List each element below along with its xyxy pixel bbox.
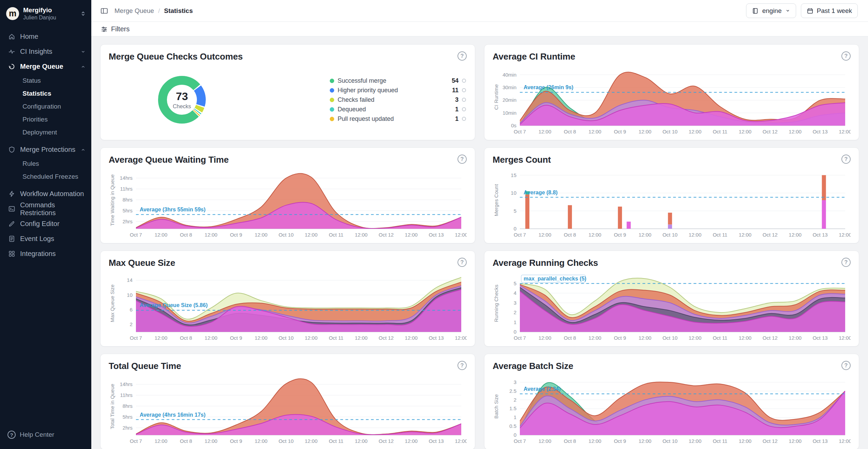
svg-text:Average (3hrs 55min 59s): Average (3hrs 55min 59s)	[140, 207, 205, 212]
repo-selector-value: engine	[762, 7, 781, 15]
sidebar-item-integrations[interactable]: Integrations	[0, 246, 91, 261]
svg-text:0: 0	[514, 329, 516, 335]
svg-text:12:00: 12:00	[639, 335, 652, 341]
sidebar-toggle-icon[interactable]	[100, 7, 108, 15]
help-icon[interactable]: ?	[458, 361, 467, 370]
sidebar-item-statistics[interactable]: Statistics	[0, 87, 91, 100]
svg-text:12:00: 12:00	[405, 232, 418, 238]
sidebar-item-config-editor[interactable]: Config Editor	[0, 217, 91, 231]
repo-icon	[752, 7, 759, 14]
svg-text:3: 3	[514, 379, 516, 385]
svg-text:12:00: 12:00	[789, 438, 802, 444]
svg-text:Average (8.8): Average (8.8)	[524, 190, 558, 195]
info-circle-icon[interactable]	[462, 107, 466, 111]
info-circle-icon[interactable]	[462, 117, 466, 121]
svg-text:12:00: 12:00	[455, 232, 467, 238]
svg-text:12:00: 12:00	[839, 335, 851, 341]
svg-text:2: 2	[514, 397, 516, 403]
help-icon[interactable]: ?	[458, 51, 467, 61]
legend-item: Pull request updated1	[330, 114, 466, 124]
legend-value: 54	[452, 77, 459, 84]
svg-text:Oct 10: Oct 10	[279, 232, 294, 238]
svg-text:Average (26min 9s): Average (26min 9s)	[524, 84, 573, 90]
date-range-button[interactable]: Past 1 week	[801, 3, 858, 18]
svg-text:Oct 10: Oct 10	[279, 438, 294, 444]
file-text-icon	[8, 235, 15, 242]
legend-label: Successful merge	[338, 77, 386, 84]
info-circle-icon[interactable]	[462, 79, 466, 83]
help-icon[interactable]: ?	[458, 258, 467, 267]
sidebar-item-scheduled-freezes[interactable]: Scheduled Freezes	[0, 170, 91, 183]
svg-text:14hrs: 14hrs	[120, 175, 133, 181]
svg-text:1.5: 1.5	[509, 405, 516, 411]
sidebar-subitem-label: Scheduled Freezes	[22, 173, 78, 180]
help-icon[interactable]: ?	[458, 155, 467, 164]
svg-text:0: 0	[514, 226, 516, 231]
svg-text:8hrs: 8hrs	[123, 197, 133, 203]
info-circle-icon[interactable]	[462, 98, 466, 102]
svg-text:12:00: 12:00	[688, 438, 701, 444]
svg-text:12:00: 12:00	[639, 232, 652, 238]
svg-text:12:00: 12:00	[255, 438, 268, 444]
svg-text:Oct 7: Oct 7	[514, 335, 526, 341]
sidebar-item-label: Workflow Automation	[20, 190, 84, 198]
svg-text:11hrs: 11hrs	[120, 186, 133, 192]
svg-text:10: 10	[511, 190, 516, 196]
svg-text:Running Checks: Running Checks	[493, 285, 499, 322]
sidebar-item-workflow-automation[interactable]: Workflow Automation	[0, 187, 91, 202]
donut-legend: Successful merge54 Higher priority queue…	[330, 76, 466, 124]
svg-text:Oct 8: Oct 8	[180, 438, 192, 444]
svg-text:12:00: 12:00	[155, 438, 168, 444]
filters-button[interactable]: Filters	[101, 25, 129, 33]
sidebar-item-label: Merge Queue	[20, 63, 63, 70]
svg-text:Oct 12: Oct 12	[379, 438, 394, 444]
sidebar-item-home[interactable]: Home	[0, 29, 91, 44]
sidebar-item-merge-queue[interactable]: Merge Queue	[0, 59, 91, 74]
card-average-ci-runtime: Average CI Runtime ? 0s10min20min30min40…	[484, 44, 859, 140]
topbar: Merge Queue / Statistics engine Past 1 w…	[91, 0, 868, 22]
help-icon[interactable]: ?	[841, 258, 851, 267]
org-switcher[interactable]: m Mergifyio Julien Danjou	[0, 0, 91, 27]
svg-text:12:00: 12:00	[739, 129, 751, 134]
user-name: Julien Danjou	[23, 14, 56, 21]
sidebar-item-priorities[interactable]: Priorities	[0, 113, 91, 126]
sidebar-item-ci-insights[interactable]: CI Insights	[0, 44, 91, 59]
help-icon[interactable]: ?	[841, 155, 851, 164]
sidebar-item-status[interactable]: Status	[0, 74, 91, 87]
sidebar-item-configuration[interactable]: Configuration	[0, 100, 91, 113]
svg-text:Oct 11: Oct 11	[329, 438, 343, 444]
help-icon[interactable]: ?	[841, 51, 851, 61]
svg-text:12:00: 12:00	[589, 335, 602, 341]
svg-text:Time Waiting in Queue: Time Waiting in Queue	[109, 174, 115, 226]
legend-dot	[330, 79, 334, 83]
breadcrumb-parent[interactable]: Merge Queue	[114, 7, 154, 15]
legend-dot	[330, 98, 334, 102]
sidebar-item-event-logs[interactable]: Event Logs	[0, 231, 91, 246]
sidebar-item-commands-restrictions[interactable]: Commands Restrictions	[0, 202, 91, 217]
svg-text:Oct 7: Oct 7	[130, 438, 142, 444]
svg-text:Oct 13: Oct 13	[429, 438, 444, 444]
help-icon[interactable]: ?	[841, 361, 851, 370]
info-circle-icon[interactable]	[462, 88, 466, 92]
svg-text:12:00: 12:00	[589, 129, 602, 134]
sidebar-item-merge-protections[interactable]: Merge Protections	[0, 142, 91, 157]
svg-text:Oct 9: Oct 9	[230, 335, 242, 341]
legend-item: Checks failed3	[330, 95, 466, 105]
svg-text:Average (2.34): Average (2.34)	[524, 386, 561, 392]
repo-selector[interactable]: engine	[746, 3, 796, 18]
sidebar-item-deployment[interactable]: Deployment	[0, 126, 91, 139]
chevron-up-down-icon[interactable]	[80, 10, 87, 17]
svg-text:12:00: 12:00	[205, 232, 218, 238]
help-center-link[interactable]: ? Help Center	[0, 424, 91, 443]
chevron-down-icon	[80, 49, 86, 54]
svg-text:0.5: 0.5	[509, 423, 516, 429]
svg-text:12:00: 12:00	[355, 438, 368, 444]
svg-text:Oct 8: Oct 8	[564, 232, 576, 238]
legend-value: 11	[452, 87, 459, 94]
sidebar-item-rules[interactable]: Rules	[0, 157, 91, 170]
filters-bar: Filters	[91, 22, 868, 36]
dashboard-grid: Merge Queue Checks Outcomes ? 73 Checks …	[91, 36, 868, 449]
sidebar-item-label: CI Insights	[20, 48, 52, 55]
card-max-queue-size: Max Queue Size ? 261014Oct 712:00Oct 812…	[100, 251, 475, 347]
svg-text:1: 1	[514, 319, 516, 325]
